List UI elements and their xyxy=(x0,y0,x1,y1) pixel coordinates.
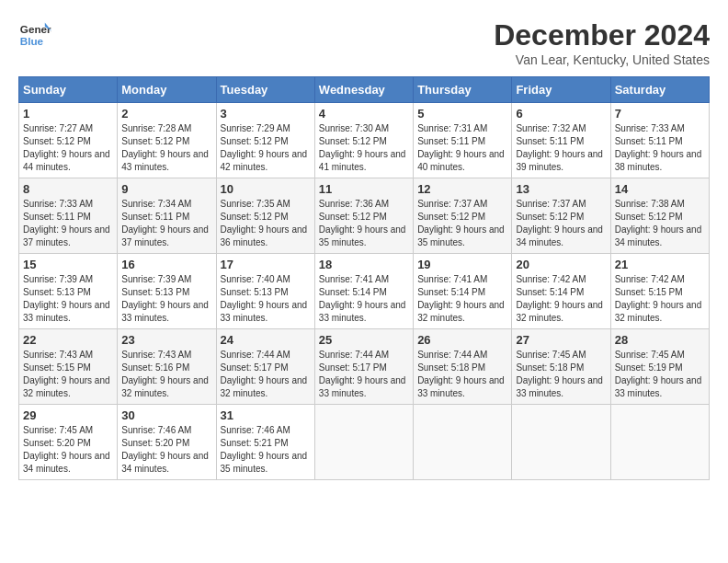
day-info: Sunrise: 7:37 AMSunset: 5:12 PMDaylight:… xyxy=(516,199,603,247)
title-section: December 2024 Van Lear, Kentucky, United… xyxy=(494,18,710,67)
calendar-cell xyxy=(414,405,512,480)
day-number: 30 xyxy=(121,408,211,422)
calendar-cell: 30 Sunrise: 7:46 AMSunset: 5:20 PMDaylig… xyxy=(118,405,216,480)
weekday-header-monday: Monday xyxy=(118,77,216,103)
day-number: 8 xyxy=(23,182,113,196)
calendar-cell: 31 Sunrise: 7:46 AMSunset: 5:21 PMDaylig… xyxy=(216,405,314,480)
calendar-cell: 21 Sunrise: 7:42 AMSunset: 5:15 PMDaylig… xyxy=(610,254,709,329)
day-info: Sunrise: 7:39 AMSunset: 5:13 PMDaylight:… xyxy=(121,274,209,323)
calendar-cell: 10 Sunrise: 7:35 AMSunset: 5:12 PMDaylig… xyxy=(216,178,314,254)
calendar-cell: 8 Sunrise: 7:33 AMSunset: 5:11 PMDayligh… xyxy=(19,178,118,254)
day-number: 7 xyxy=(615,107,705,121)
weekday-header-thursday: Thursday xyxy=(414,77,512,103)
weekday-header-row: SundayMondayTuesdayWednesdayThursdayFrid… xyxy=(19,77,710,103)
day-number: 1 xyxy=(23,107,113,121)
day-info: Sunrise: 7:33 AMSunset: 5:11 PMDaylight:… xyxy=(615,123,702,172)
day-info: Sunrise: 7:38 AMSunset: 5:12 PMDaylight:… xyxy=(615,199,702,247)
day-number: 6 xyxy=(516,107,606,121)
weekday-header-saturday: Saturday xyxy=(610,77,709,103)
day-number: 17 xyxy=(221,258,311,271)
day-number: 2 xyxy=(121,107,211,121)
day-number: 25 xyxy=(319,333,409,347)
day-info: Sunrise: 7:44 AMSunset: 5:18 PMDaylight:… xyxy=(417,350,505,398)
day-number: 19 xyxy=(417,258,507,271)
day-number: 28 xyxy=(615,333,705,347)
day-info: Sunrise: 7:44 AMSunset: 5:17 PMDaylight:… xyxy=(221,350,308,398)
calendar-cell: 9 Sunrise: 7:34 AMSunset: 5:11 PMDayligh… xyxy=(118,178,216,254)
day-number: 20 xyxy=(516,258,606,271)
day-number: 16 xyxy=(121,258,211,271)
day-info: Sunrise: 7:44 AMSunset: 5:17 PMDaylight:… xyxy=(319,350,406,398)
calendar-cell: 26 Sunrise: 7:44 AMSunset: 5:18 PMDaylig… xyxy=(414,329,512,405)
calendar-cell: 25 Sunrise: 7:44 AMSunset: 5:17 PMDaylig… xyxy=(314,329,413,405)
day-number: 11 xyxy=(319,182,409,196)
calendar-cell: 11 Sunrise: 7:36 AMSunset: 5:12 PMDaylig… xyxy=(314,178,413,254)
calendar-cell xyxy=(314,405,413,480)
day-number: 3 xyxy=(221,107,311,121)
calendar-cell: 5 Sunrise: 7:31 AMSunset: 5:11 PMDayligh… xyxy=(414,103,512,178)
day-number: 31 xyxy=(221,408,311,422)
day-info: Sunrise: 7:39 AMSunset: 5:13 PMDaylight:… xyxy=(23,274,110,323)
calendar-cell: 27 Sunrise: 7:45 AMSunset: 5:18 PMDaylig… xyxy=(512,329,610,405)
day-number: 27 xyxy=(516,333,606,347)
day-info: Sunrise: 7:42 AMSunset: 5:14 PMDaylight:… xyxy=(516,274,603,323)
day-number: 13 xyxy=(516,182,606,196)
calendar-cell: 19 Sunrise: 7:41 AMSunset: 5:14 PMDaylig… xyxy=(414,254,512,329)
day-number: 18 xyxy=(319,258,409,271)
calendar-week-row: 15 Sunrise: 7:39 AMSunset: 5:13 PMDaylig… xyxy=(19,254,710,329)
calendar-cell: 14 Sunrise: 7:38 AMSunset: 5:12 PMDaylig… xyxy=(610,178,709,254)
day-info: Sunrise: 7:43 AMSunset: 5:15 PMDaylight:… xyxy=(23,350,110,398)
calendar-table: SundayMondayTuesdayWednesdayThursdayFrid… xyxy=(18,76,710,480)
calendar-cell: 17 Sunrise: 7:40 AMSunset: 5:13 PMDaylig… xyxy=(216,254,314,329)
calendar-cell: 7 Sunrise: 7:33 AMSunset: 5:11 PMDayligh… xyxy=(610,103,709,178)
calendar-cell xyxy=(512,405,610,480)
logo-icon: General Blue xyxy=(18,18,51,52)
day-number: 12 xyxy=(417,182,507,196)
day-info: Sunrise: 7:36 AMSunset: 5:12 PMDaylight:… xyxy=(319,199,406,247)
day-number: 10 xyxy=(221,182,311,196)
weekday-header-tuesday: Tuesday xyxy=(216,77,314,103)
calendar-week-row: 22 Sunrise: 7:43 AMSunset: 5:15 PMDaylig… xyxy=(19,329,710,405)
calendar-cell: 13 Sunrise: 7:37 AMSunset: 5:12 PMDaylig… xyxy=(512,178,610,254)
day-info: Sunrise: 7:35 AMSunset: 5:12 PMDaylight:… xyxy=(221,199,308,247)
day-number: 21 xyxy=(615,258,705,271)
calendar-cell: 23 Sunrise: 7:43 AMSunset: 5:16 PMDaylig… xyxy=(118,329,216,405)
svg-text:Blue: Blue xyxy=(20,35,44,47)
day-number: 9 xyxy=(121,182,211,196)
day-info: Sunrise: 7:42 AMSunset: 5:15 PMDaylight:… xyxy=(615,274,702,323)
logo: General Blue xyxy=(18,18,51,52)
day-info: Sunrise: 7:31 AMSunset: 5:11 PMDaylight:… xyxy=(417,123,505,172)
weekday-header-friday: Friday xyxy=(512,77,610,103)
day-info: Sunrise: 7:29 AMSunset: 5:12 PMDaylight:… xyxy=(221,123,308,172)
day-info: Sunrise: 7:45 AMSunset: 5:18 PMDaylight:… xyxy=(516,350,603,398)
page-header: General Blue December 2024 Van Lear, Ken… xyxy=(18,18,710,67)
day-info: Sunrise: 7:41 AMSunset: 5:14 PMDaylight:… xyxy=(417,274,505,323)
calendar-cell: 12 Sunrise: 7:37 AMSunset: 5:12 PMDaylig… xyxy=(414,178,512,254)
calendar-cell: 29 Sunrise: 7:45 AMSunset: 5:20 PMDaylig… xyxy=(19,405,118,480)
day-info: Sunrise: 7:41 AMSunset: 5:14 PMDaylight:… xyxy=(319,274,406,323)
day-number: 15 xyxy=(23,258,113,271)
month-year-title: December 2024 xyxy=(494,18,710,52)
day-number: 24 xyxy=(221,333,311,347)
calendar-week-row: 1 Sunrise: 7:27 AMSunset: 5:12 PMDayligh… xyxy=(19,103,710,178)
day-info: Sunrise: 7:46 AMSunset: 5:21 PMDaylight:… xyxy=(221,425,308,474)
calendar-cell: 22 Sunrise: 7:43 AMSunset: 5:15 PMDaylig… xyxy=(19,329,118,405)
calendar-week-row: 29 Sunrise: 7:45 AMSunset: 5:20 PMDaylig… xyxy=(19,405,710,480)
day-info: Sunrise: 7:34 AMSunset: 5:11 PMDaylight:… xyxy=(121,199,209,247)
day-number: 22 xyxy=(23,333,113,347)
day-info: Sunrise: 7:33 AMSunset: 5:11 PMDaylight:… xyxy=(23,199,110,247)
day-number: 29 xyxy=(23,408,113,422)
day-info: Sunrise: 7:27 AMSunset: 5:12 PMDaylight:… xyxy=(23,123,110,172)
day-number: 4 xyxy=(319,107,409,121)
calendar-week-row: 8 Sunrise: 7:33 AMSunset: 5:11 PMDayligh… xyxy=(19,178,710,254)
day-number: 26 xyxy=(417,333,507,347)
day-number: 14 xyxy=(615,182,705,196)
day-info: Sunrise: 7:30 AMSunset: 5:12 PMDaylight:… xyxy=(319,123,406,172)
calendar-cell: 18 Sunrise: 7:41 AMSunset: 5:14 PMDaylig… xyxy=(314,254,413,329)
day-info: Sunrise: 7:46 AMSunset: 5:20 PMDaylight:… xyxy=(121,425,209,474)
day-number: 5 xyxy=(417,107,507,121)
day-number: 23 xyxy=(121,333,211,347)
day-info: Sunrise: 7:43 AMSunset: 5:16 PMDaylight:… xyxy=(121,350,209,398)
weekday-header-wednesday: Wednesday xyxy=(314,77,413,103)
calendar-cell: 4 Sunrise: 7:30 AMSunset: 5:12 PMDayligh… xyxy=(314,103,413,178)
